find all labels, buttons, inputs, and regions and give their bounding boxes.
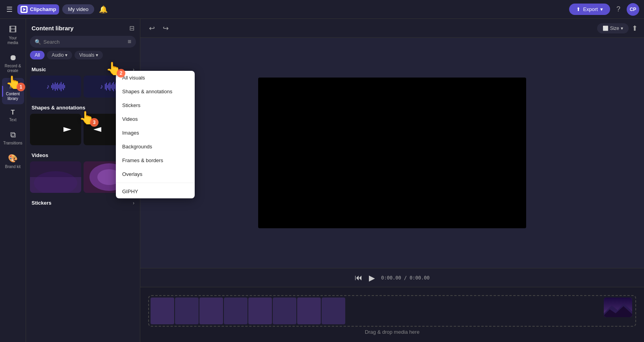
sidebar-item-brand-kit[interactable]: 🎨 Brand kit <box>2 150 24 172</box>
filter-tab-audio[interactable]: Audio ▾ <box>47 51 72 59</box>
topbar: ☰ Clipchamp My video 🔔 ⬆ Export ▾ ? CP <box>0 0 644 19</box>
filter-tab-audio-label: Audio <box>52 52 64 58</box>
sidebar-label-your-media: Your media <box>4 36 22 45</box>
play-pause-button[interactable]: ▶ <box>369 273 375 283</box>
filter-icon[interactable]: ≡ <box>128 38 131 45</box>
dropdown-label-all-visuals: All visuals <box>122 75 145 81</box>
dropdown-label-overlays: Overlays <box>122 171 142 177</box>
visuals-dropdown-arrow: ▾ <box>96 52 98 58</box>
timeline-track <box>148 295 636 327</box>
music-item-1[interactable]: ♪ <box>30 76 81 98</box>
dropdown-label-images: Images <box>122 130 139 136</box>
section-title-shapes: Shapes & annotations <box>32 105 86 111</box>
dropdown-item-frames-borders[interactable]: Frames & borders <box>116 153 195 167</box>
timeline-frame-5 <box>248 298 272 324</box>
filter-tab-visuals-label: Visuals <box>79 52 94 58</box>
panel-collapse-button[interactable]: ⊟ <box>129 24 134 32</box>
app-logo[interactable]: Clipchamp <box>17 4 59 15</box>
help-button[interactable]: ? <box>616 5 620 13</box>
active-indicator <box>2 86 3 97</box>
brand-kit-icon: 🎨 <box>8 153 18 163</box>
content-library-panel: Content library ⊟ 🔍 ≡ All Audio ▾ Visual… <box>26 19 140 342</box>
timeline-frame-3 <box>199 298 223 324</box>
dropdown-item-backgrounds[interactable]: Backgrounds <box>116 140 195 153</box>
preview-canvas <box>140 38 644 268</box>
playback-controls: ⏮ ▶ 0:00.00 / 0:00.00 <box>140 268 644 287</box>
logo-text: Clipchamp <box>30 6 56 12</box>
dropdown-item-giphy[interactable]: GIPHY <box>116 185 195 198</box>
section-arrow-stickers: › <box>133 200 134 206</box>
share-button[interactable]: ⬆ <box>632 24 638 33</box>
section-title-videos: Videos <box>32 152 48 158</box>
filter-tab-visuals[interactable]: Visuals ▾ <box>74 51 102 59</box>
icon-sidebar: 🎞 Your media ⏺ Record & create 🏛 Content… <box>0 19 26 342</box>
sidebar-label-content-library: Content library <box>4 92 22 101</box>
current-time-value: 0:00.00 <box>381 275 401 281</box>
dropdown-item-all-visuals[interactable]: All visuals <box>116 71 195 85</box>
record-create-icon: ⏺ <box>9 53 17 62</box>
timeline-clip[interactable] <box>149 296 370 326</box>
redo-button[interactable]: ↪ <box>160 22 171 34</box>
drop-hint: Drag & drop media here <box>365 329 420 335</box>
timeline-frame-6 <box>273 298 296 324</box>
filter-tab-all[interactable]: All <box>30 51 45 59</box>
dropdown-label-frames: Frames & borders <box>122 157 163 163</box>
sidebar-item-record-create[interactable]: ⏺ Record & create <box>2 50 24 76</box>
video-item-1[interactable] <box>30 161 81 193</box>
dropdown-item-overlays[interactable]: Overlays <box>116 167 195 181</box>
your-media-icon: 🎞 <box>9 25 17 34</box>
time-separator: / <box>404 275 409 281</box>
music-note-icon-2: ♪ <box>100 83 103 90</box>
user-avatar[interactable]: CP <box>627 3 639 16</box>
dropdown-item-videos[interactable]: Videos <box>116 112 195 126</box>
current-time: 0:00.00 / 0:00.00 <box>381 275 430 281</box>
hamburger-menu[interactable]: ☰ <box>5 4 14 15</box>
dropdown-label-backgrounds: Backgrounds <box>122 144 152 150</box>
undo-button[interactable]: ↩ <box>147 22 157 34</box>
shape-item-1[interactable] <box>30 114 81 145</box>
svg-rect-6 <box>30 177 81 193</box>
visuals-dropdown-menu: All visuals Shapes & annotations Sticker… <box>116 71 195 198</box>
content-library-icon: 🏛 <box>9 81 17 90</box>
text-icon: T <box>11 109 15 116</box>
search-input[interactable] <box>43 39 125 45</box>
timeline-frame-2 <box>175 298 199 324</box>
sidebar-item-your-media[interactable]: 🎞 Your media <box>2 22 24 48</box>
timeline-thumbnail[interactable] <box>604 298 632 317</box>
total-time-value: 0:00.00 <box>409 275 430 281</box>
size-icon: ⬜ <box>603 26 609 31</box>
audio-dropdown-arrow: ▾ <box>65 52 67 58</box>
search-icon: 🔍 <box>35 39 41 45</box>
sidebar-item-content-library[interactable]: 🏛 Content library <box>2 78 24 104</box>
size-dropdown-arrow: ▾ <box>621 26 623 31</box>
notification-icon[interactable]: 🔔 <box>99 5 108 14</box>
timeline-frame-8 <box>322 298 345 324</box>
size-button[interactable]: ⬜ Size ▾ <box>597 23 629 33</box>
search-bar: 🔍 ≡ <box>30 36 136 48</box>
timeline-frame-4 <box>224 298 248 324</box>
export-button[interactable]: ⬆ Export ▾ <box>569 4 610 15</box>
dropdown-item-stickers[interactable]: Stickers <box>116 98 195 112</box>
skip-back-button[interactable]: ⏮ <box>355 273 363 282</box>
timeline-frame-1 <box>151 298 174 324</box>
editor-area: ↩ ↪ ⬜ Size ▾ ⬆ ⏮ ▶ 0:00.00 / 0:00.00 <box>140 19 644 342</box>
export-arrow-icon: ▾ <box>600 6 603 12</box>
dropdown-label-shapes: Shapes & annotations <box>122 89 172 94</box>
video-title-button[interactable]: My video <box>62 4 94 14</box>
sidebar-label-record-create: Record & create <box>4 64 22 73</box>
main-area: 🎞 Your media ⏺ Record & create 🏛 Content… <box>0 19 644 342</box>
filter-tabs: All Audio ▾ Visuals ▾ <box>26 51 140 63</box>
dropdown-item-shapes-annotations[interactable]: Shapes & annotations <box>116 85 195 98</box>
dropdown-item-images[interactable]: Images <box>116 126 195 140</box>
video-preview <box>258 78 526 228</box>
section-title-music: Music <box>32 67 46 72</box>
timeline-area: Drag & drop media here <box>140 287 644 342</box>
sidebar-item-text[interactable]: T Text <box>2 106 24 126</box>
dropdown-label-stickers: Stickers <box>122 102 140 108</box>
svg-marker-2 <box>40 127 71 132</box>
sidebar-item-transitions[interactable]: ⧉ Transitions <box>2 127 24 149</box>
export-icon: ⬆ <box>576 6 581 12</box>
logo-icon <box>20 6 28 13</box>
music-note-icon-1: ♪ <box>47 83 50 90</box>
sidebar-label-brand-kit: Brand kit <box>5 165 20 169</box>
